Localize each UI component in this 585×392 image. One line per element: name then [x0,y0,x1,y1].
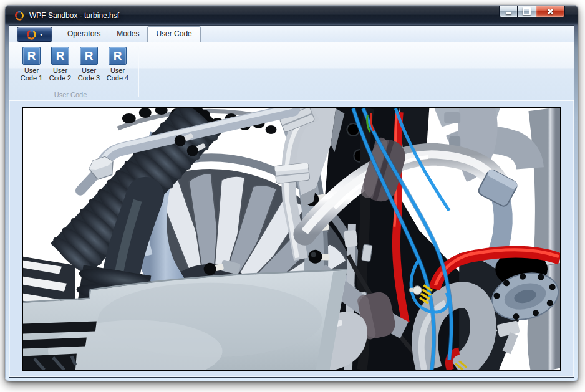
label-line1: User [21,67,42,74]
app-window: WPF Sandbox - turbine.hsf ▼ Operators M [5,5,578,381]
turbine-render [23,108,560,370]
tab-operators[interactable]: Operators [59,26,109,42]
window-controls [499,6,565,17]
ribbon-group-buttons: R User Code 1 R User Code 2 [9,45,138,82]
user-code-2-label: User Code 2 [49,67,71,82]
user-code-4-label: User Code 4 [107,67,128,82]
minimize-button[interactable] [499,6,518,17]
minimize-icon [506,12,511,14]
maximize-button[interactable] [518,6,536,17]
user-code-2-button[interactable]: R User Code 2 [46,45,74,82]
label-line2: Code 2 [49,74,71,82]
ribbon-tab-strip: ▼ Operators Modes User Code [9,26,574,42]
chevron-down-icon: ▼ [39,32,44,37]
application-menu-button[interactable]: ▼ [17,27,52,42]
label-line1: User [107,67,128,74]
viewport-margin [9,100,574,379]
label-line1: User [78,67,100,74]
client-area: ▼ Operators Modes User Code R User Code … [9,26,574,377]
label-line1: User [49,67,71,74]
ribbon-group-label: User Code [9,91,132,100]
close-button[interactable] [536,6,565,17]
tab-user-code[interactable]: User Code [147,26,200,42]
user-code-2-icon: R [51,47,69,65]
user-code-3-button[interactable]: R User Code 3 [75,45,103,82]
app-menu-swirl-icon [26,29,37,40]
user-code-3-label: User Code 3 [78,67,100,82]
user-code-4-icon: R [109,47,127,65]
user-code-4-button[interactable]: R User Code 4 [104,45,132,82]
user-code-1-button[interactable]: R User Code 1 [17,45,46,82]
ribbon-body: R User Code 1 R User Code 2 [9,42,574,100]
label-line2: Code 3 [78,74,100,82]
maximize-icon [523,7,531,15]
window-title: WPF Sandbox - turbine.hsf [29,11,119,20]
ribbon-group-user-code: R User Code 1 R User Code 2 [9,42,138,100]
user-code-3-icon: R [80,47,98,65]
close-icon [546,7,554,15]
ribbon-group-separator [138,47,138,97]
titlebar[interactable]: WPF Sandbox - turbine.hsf [5,5,578,26]
label-line2: Code 4 [107,74,128,82]
label-line2: Code 1 [21,74,42,82]
tab-modes[interactable]: Modes [109,26,147,42]
app-logo-icon [14,11,24,21]
viewport-3d[interactable] [22,107,561,371]
user-code-1-label: User Code 1 [21,67,42,82]
user-code-1-icon: R [22,47,41,65]
